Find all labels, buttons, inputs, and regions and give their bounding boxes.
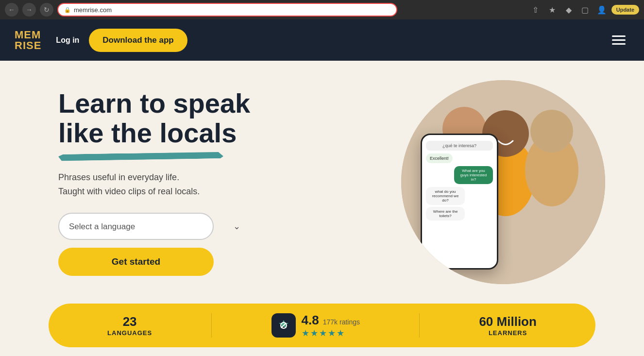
- app-rating: 4.8 177k ratings ★ ★ ★ ★ ★: [271, 313, 360, 339]
- title-underline: [58, 152, 223, 161]
- stats-bar: 23 LANGUAGES 4.8 177k ratings ★ ★: [49, 304, 595, 347]
- phone-bubble-excellent: Excellent!: [426, 153, 453, 163]
- stat-learners: 60 Million LEARNERS: [479, 314, 536, 337]
- chevron-down-icon: ⌄: [233, 221, 240, 232]
- phone-option-recommend: what do you recommend we do?: [426, 187, 465, 205]
- learners-label: LEARNERS: [489, 329, 527, 337]
- languages-number: 23: [123, 314, 137, 329]
- bookmark-icon[interactable]: ★: [545, 3, 559, 17]
- language-select-wrapper: Select a language Spanish French Japanes…: [58, 213, 250, 240]
- star-1: ★: [302, 328, 309, 339]
- reload-button[interactable]: ↻: [40, 3, 53, 17]
- phone-option-interested: What are you guys interested in?: [454, 166, 493, 184]
- hamburger-menu[interactable]: [608, 32, 629, 49]
- rating-info: 4.8 177k ratings ★ ★ ★ ★ ★: [302, 313, 360, 339]
- stats-section: 23 LANGUAGES 4.8 177k ratings ★ ★: [0, 299, 644, 356]
- site-navbar: MEMRISE Log in Download the app: [0, 19, 644, 61]
- update-button[interactable]: Update: [611, 5, 639, 15]
- languages-label: LANGUAGES: [107, 329, 152, 337]
- hamburger-line-3: [612, 43, 626, 45]
- forward-button[interactable]: →: [22, 3, 36, 17]
- hero-subtitle: Phrases useful in everyday life. Taught …: [58, 170, 250, 199]
- share-icon[interactable]: ⇧: [529, 3, 542, 17]
- phone-options-bottom: what do you recommend we do? Where are t…: [426, 187, 493, 220]
- logo[interactable]: MEMRISE: [15, 30, 41, 51]
- language-select[interactable]: Select a language Spanish French Japanes…: [58, 213, 214, 240]
- logo-text: MEMRISE: [15, 30, 41, 51]
- rating-number-row: 4.8 177k ratings: [302, 313, 360, 328]
- star-5: ★: [337, 328, 344, 339]
- url-text: memrise.com: [74, 6, 112, 14]
- stat-languages: 23 LANGUAGES: [107, 314, 152, 337]
- address-bar[interactable]: 🔒 memrise.com: [57, 3, 397, 17]
- stat-divider-2: [419, 313, 420, 338]
- browser-chrome: ← → ↻ 🔒 memrise.com ⇧ ★ ◆ ▢ 👤 Update: [0, 0, 644, 19]
- svg-point-6: [530, 110, 573, 153]
- hero-circle-background: ¿qué te interesa? Excellent! What are yo…: [401, 80, 605, 284]
- learners-number: 60 Million: [479, 314, 536, 329]
- hamburger-line-2: [612, 39, 626, 41]
- hero-content: Learn to speak like the locals Phrases u…: [58, 88, 250, 276]
- extensions-icon[interactable]: ◆: [562, 3, 576, 17]
- download-app-button[interactable]: Download the app: [89, 29, 187, 52]
- get-started-button[interactable]: Get started: [58, 248, 214, 276]
- hamburger-line-1: [612, 35, 626, 37]
- star-4: ★: [328, 328, 336, 339]
- phone-question-text: ¿qué te interesa?: [426, 141, 493, 151]
- profile-icon[interactable]: 👤: [595, 3, 609, 17]
- back-button[interactable]: ←: [5, 3, 18, 17]
- login-button[interactable]: Log in: [56, 36, 79, 45]
- hero-image: ¿qué te interesa? Excellent! What are yo…: [391, 80, 605, 284]
- browser-actions: ⇧ ★ ◆ ▢ 👤 Update: [529, 3, 639, 17]
- star-2: ★: [310, 328, 318, 339]
- hero-section: Learn to speak like the locals Phrases u…: [0, 61, 644, 299]
- phone-mockup: ¿qué te interesa? Excellent! What are yo…: [421, 134, 498, 270]
- star-3: ★: [319, 328, 327, 339]
- rating-count: 177k ratings: [323, 318, 360, 326]
- app-store-icon: [271, 313, 296, 338]
- people-image: ¿qué te interesa? Excellent! What are yo…: [401, 80, 605, 284]
- sidebar-toggle-icon[interactable]: ▢: [578, 3, 592, 17]
- hero-title: Learn to speak like the locals: [58, 88, 250, 148]
- rating-number: 4.8: [302, 313, 319, 328]
- phone-option-toilets: Where are the toilets?: [426, 207, 465, 220]
- star-rating: ★ ★ ★ ★ ★: [302, 328, 360, 339]
- lock-icon: 🔒: [64, 7, 71, 13]
- stat-divider-1: [211, 313, 212, 338]
